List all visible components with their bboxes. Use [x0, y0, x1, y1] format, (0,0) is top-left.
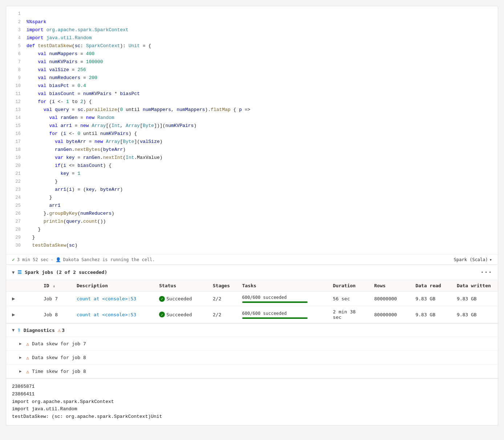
- expand-button[interactable]: ▶: [11, 296, 16, 302]
- code-line: 18 ranGen.nextBytes(byteArr): [6, 146, 498, 154]
- code-line: 19 var key = ranGen.nextInt(Int.MaxValue…: [6, 154, 498, 162]
- jobs-table: ID ↓ Description Status Stages Tasks Dur…: [6, 280, 498, 323]
- output-line: 23866411: [12, 391, 492, 398]
- job-description[interactable]: count at <console>:53: [72, 292, 155, 306]
- sort-icon: ↓: [53, 284, 55, 288]
- job-tasks: 600/600 succeeded: [238, 292, 329, 306]
- expand-icon[interactable]: ▶: [18, 368, 23, 374]
- cell-footer-left: ✓ 3 min 52 sec - 👤 Dakota Sanchez is run…: [12, 257, 155, 262]
- list-icon: ☰: [17, 270, 22, 275]
- diag-item-job8-skew[interactable]: ▶ ⚠ Data skew for job 8: [6, 351, 498, 365]
- code-line: 29 }: [6, 234, 498, 242]
- job-stages: 2/2: [208, 306, 238, 323]
- row-expand-btn[interactable]: ▶: [6, 292, 39, 306]
- success-icon: ✓: [159, 296, 165, 302]
- job-duration: 2 min 38 sec: [329, 306, 370, 323]
- job-data-read: 9.83 GB: [411, 306, 452, 323]
- code-line: 10 val biasPct = 0.4: [6, 82, 498, 90]
- table-header-row: ID ↓ Description Status Stages Tasks Dur…: [6, 280, 498, 292]
- th-rows[interactable]: Rows: [370, 280, 411, 292]
- tasks-progress-container: 600/600 succeeded: [242, 311, 308, 319]
- spark-version[interactable]: Spark (Scala) ▾: [454, 257, 492, 262]
- diag-label: Data skew for job 8: [32, 355, 86, 360]
- description-link[interactable]: count at <console>:53: [77, 296, 136, 301]
- job-description[interactable]: count at <console>:53: [72, 306, 155, 323]
- diagnostics-header: ▼ ⚕ Diagnostics ⚠ 3: [6, 324, 498, 337]
- tasks-text: 600/600 succeeded: [242, 295, 287, 300]
- expand-icon[interactable]: ▶: [18, 341, 23, 347]
- diag-item-job8-time-skew[interactable]: ▶ ⚠ Time skew for job 8: [6, 365, 498, 378]
- spark-jobs-header-left: ▼ ☰ Spark jobs (2 of 2 succeeded): [12, 270, 107, 275]
- code-line: 23 arr1(i) = (key, byteArr): [6, 186, 498, 194]
- collapse-icon[interactable]: ▼: [12, 270, 15, 275]
- warning-count: 3: [62, 328, 65, 333]
- code-line: 13 val query = sc.parallelize(0 until nu…: [6, 106, 498, 114]
- code-line: 21 key = 1: [6, 170, 498, 178]
- th-duration[interactable]: Duration: [329, 280, 370, 292]
- row-expand-btn[interactable]: ▶: [6, 306, 39, 323]
- th-tasks[interactable]: Tasks: [238, 280, 329, 292]
- description-link[interactable]: count at <console>:53: [77, 312, 136, 317]
- status-badge: ✓ Succeeded: [159, 296, 192, 302]
- warning-icon: ⚠: [26, 355, 29, 361]
- collapse-diag-icon[interactable]: ▼: [12, 328, 15, 333]
- th-data-read[interactable]: Data read: [411, 280, 452, 292]
- th-id[interactable]: ID ↓: [39, 280, 72, 292]
- progress-bar-bg: [242, 317, 308, 319]
- th-data-written[interactable]: Data written: [452, 280, 498, 292]
- code-line: 27 println(query.count()): [6, 218, 498, 226]
- code-line: 17 val byteArr = new Array[Byte](valSize…: [6, 138, 498, 146]
- spark-jobs-title: Spark jobs (2 of 2 succeeded): [25, 270, 107, 275]
- table-row: ▶ Job 8 count at <console>:53 ✓ Succeede…: [6, 306, 498, 323]
- warning-icon: ⚠: [26, 341, 29, 347]
- job-status: ✓ Succeeded: [155, 292, 208, 306]
- output-line: import org.apache.spark.SparkContext: [12, 398, 492, 406]
- expand-icon[interactable]: ▶: [18, 354, 23, 361]
- th-description[interactable]: Description: [72, 280, 155, 292]
- code-line: 30 testDataSkew(sc): [6, 242, 498, 250]
- code-line: 12 for (i <- 1 to 2) {: [6, 98, 498, 106]
- chevron-down-icon: ▾: [489, 257, 492, 262]
- job-duration: 56 sec: [329, 292, 370, 306]
- code-line: 1: [6, 11, 498, 18]
- code-line: 11 val biasCount = numKVPairs * biasPct: [6, 90, 498, 98]
- th-expand: [6, 280, 39, 292]
- more-options-icon[interactable]: ···: [480, 268, 492, 276]
- spark-jobs-section: ▼ ☰ Spark jobs (2 of 2 succeeded) ··· ID…: [6, 265, 498, 324]
- code-line: 4 import java.util.Random: [6, 34, 498, 42]
- tasks-text: 600/600 succeeded: [242, 311, 287, 316]
- execution-time: 3 min 52 sec: [17, 257, 49, 262]
- code-line: 25 arr1: [6, 202, 498, 210]
- job-tasks: 600/600 succeeded: [238, 306, 329, 323]
- output-line: testDataSkew: (sc: org.apache.spark.Spar…: [12, 413, 492, 421]
- job-id: Job 8: [39, 306, 72, 323]
- success-icon: ✓: [159, 312, 165, 317]
- diag-item-job7-skew[interactable]: ▶ ⚠ Data skew for job 7: [6, 337, 498, 351]
- status-badge: ✓ Succeeded: [159, 312, 192, 317]
- job-rows: 80000000: [370, 306, 411, 323]
- expand-button[interactable]: ▶: [11, 312, 16, 318]
- code-line: 14 val ranGen = new Random: [6, 114, 498, 122]
- th-status[interactable]: Status: [155, 280, 208, 292]
- code-line: 7 val numKVPairs = 100000: [6, 58, 498, 66]
- diagnostics-icon: ⚕: [17, 327, 20, 333]
- warning-triangle-icon: ⚠: [58, 327, 61, 333]
- cell-footer: ✓ 3 min 52 sec - 👤 Dakota Sanchez is run…: [6, 254, 498, 264]
- code-line: 3 import org.apache.spark.SparkContext: [6, 26, 498, 34]
- code-area: 1 2 %%spark 3 import org.apache.spark.Sp…: [6, 6, 498, 254]
- diagnostics-title: Diagnostics: [24, 328, 55, 333]
- th-stages[interactable]: Stages: [208, 280, 238, 292]
- warning-icon: ⚠: [26, 369, 29, 374]
- code-line: 16 for (i <- 0 until numKVPairs) {: [6, 130, 498, 138]
- spark-jobs-header: ▼ ☰ Spark jobs (2 of 2 succeeded) ···: [6, 265, 498, 280]
- code-line: 6 val numMappers = 400: [6, 50, 498, 58]
- diag-label: Data skew for job 7: [32, 341, 86, 346]
- output-line: import java.util.Random: [12, 406, 492, 413]
- code-line: 28 }: [6, 226, 498, 234]
- notebook-cell: 1 2 %%spark 3 import org.apache.spark.Sp…: [6, 6, 498, 265]
- job-stages: 2/2: [208, 292, 238, 306]
- check-icon: ✓: [12, 257, 15, 262]
- job-data-written: 9.83 GB: [452, 292, 498, 306]
- code-line: 8 val valSize = 256: [6, 66, 498, 74]
- tasks-progress-container: 600/600 succeeded: [242, 295, 308, 303]
